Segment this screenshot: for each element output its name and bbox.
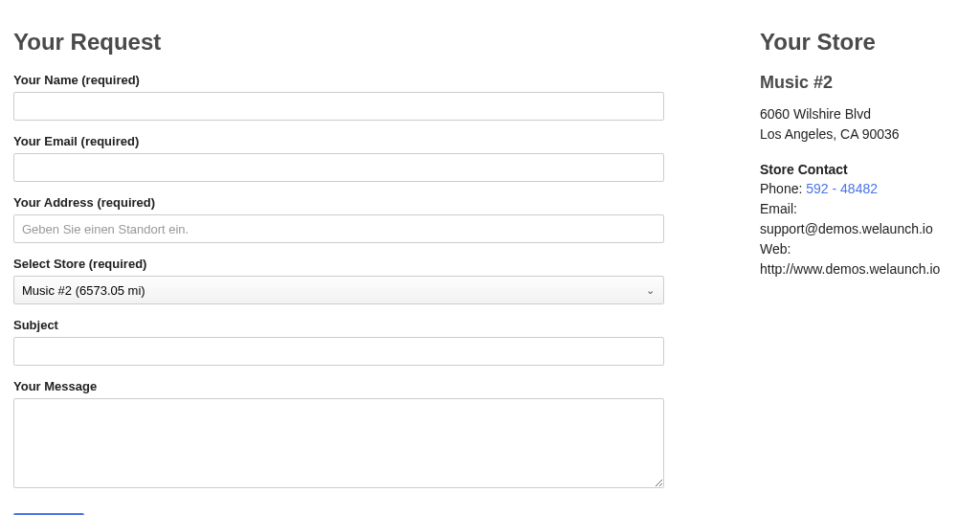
store-heading: Your Store <box>760 29 961 56</box>
store-select[interactable]: Music #2 (6573.05 mi) <box>13 276 664 304</box>
store-email-value: support@demos.welaunch.io <box>760 221 933 236</box>
store-web-line: Web: http://www.demos.welaunch.io <box>760 239 961 280</box>
name-label: Your Name (required) <box>13 73 664 87</box>
store-phone-line: Phone: 592 - 48482 <box>760 179 961 199</box>
store-address-line2: Los Angeles, CA 90036 <box>760 124 961 145</box>
request-heading: Your Request <box>13 29 664 56</box>
request-form-section: Your Request Your Name (required) Your E… <box>13 29 664 515</box>
message-textarea[interactable] <box>13 398 664 488</box>
store-email-line: Email: support@demos.welaunch.io <box>760 199 961 239</box>
store-phone-label: Phone: <box>760 181 806 196</box>
subject-label: Subject <box>13 318 664 332</box>
store-address-line1: 6060 Wilshire Blvd <box>760 104 961 124</box>
store-info-section: Your Store Music #2 6060 Wilshire Blvd L… <box>760 29 961 515</box>
subject-input[interactable] <box>13 337 664 366</box>
store-name: Music #2 <box>760 73 961 93</box>
store-email-label: Email: <box>760 201 797 216</box>
address-input[interactable] <box>13 214 664 243</box>
store-web-label: Web: <box>760 241 791 257</box>
store-phone-link[interactable]: 592 - 48482 <box>806 181 878 196</box>
store-select-label: Select Store (required) <box>13 257 664 271</box>
email-input[interactable] <box>13 153 664 182</box>
store-contact-heading: Store Contact <box>760 162 961 177</box>
email-label: Your Email (required) <box>13 134 664 148</box>
name-input[interactable] <box>13 92 664 121</box>
store-web-value: http://www.demos.welaunch.io <box>760 261 940 277</box>
address-label: Your Address (required) <box>13 195 664 210</box>
message-label: Your Message <box>13 379 664 393</box>
store-address: 6060 Wilshire Blvd Los Angeles, CA 90036 <box>760 104 961 145</box>
